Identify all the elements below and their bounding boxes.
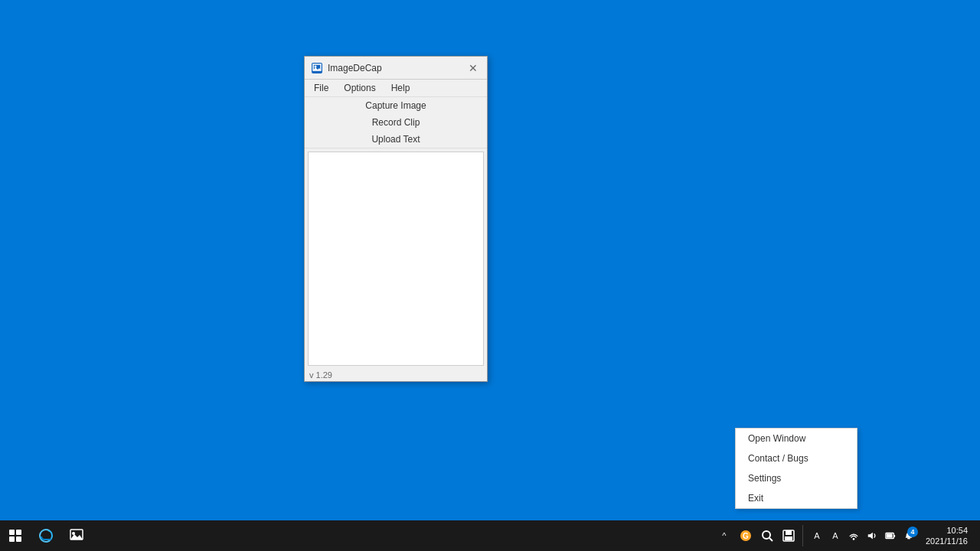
notification-icon[interactable]: 4 [901,528,916,543]
svg-rect-20 [893,535,895,537]
svg-marker-18 [868,533,873,540]
menu-help[interactable]: Help [385,81,416,95]
svg-line-13 [769,538,773,541]
tray-search-icon[interactable] [756,525,778,546]
app-icon [311,62,323,74]
menu-options[interactable]: Options [338,81,381,95]
svg-marker-9 [70,534,83,540]
svg-text:4: 4 [911,532,913,535]
title-bar-left: ImageDeCap [311,62,382,74]
menu-bar: File Options Help [305,80,487,97]
svg-text:G: G [743,532,749,540]
language-indicator[interactable]: A [809,528,825,543]
window-title: ImageDeCap [328,63,382,73]
tray-tool-icon[interactable]: G [735,525,756,546]
title-bar: ImageDeCap ✕ [305,57,487,80]
edge-icon[interactable] [31,520,61,551]
taskbar-right: ^ G [717,525,980,547]
taskbar: ^ G [0,520,980,551]
network-icon[interactable] [846,528,861,543]
context-exit[interactable]: Exit [736,488,857,508]
svg-rect-4 [16,530,21,535]
close-button[interactable]: ✕ [466,60,481,76]
app-icon-img [312,63,322,73]
taskbar-left [0,520,92,551]
tray-app-icons: G [735,525,803,546]
content-area [308,152,484,366]
imagedecap-taskbar-icon[interactable] [61,520,92,551]
svg-rect-5 [9,536,15,542]
start-button[interactable] [0,520,31,551]
tray-save-icon[interactable] [778,525,799,546]
capture-image-item[interactable]: Capture Image [305,97,487,114]
resize-handle[interactable] [481,375,487,381]
svg-point-23 [910,530,914,534]
context-open-window[interactable]: Open Window [736,429,857,448]
context-menu: Open Window Contact / Bugs Settings Exit [735,428,858,509]
context-contact-bugs[interactable]: Contact / Bugs [736,448,857,468]
svg-rect-21 [887,533,893,537]
system-clock[interactable]: 10:54 2021/11/16 [920,525,974,547]
svg-point-12 [763,531,770,539]
context-settings[interactable]: Settings [736,468,857,488]
svg-rect-15 [786,530,792,535]
desktop: ImageDeCap ✕ File Options Help Capture I… [0,0,980,551]
menu-file[interactable]: File [308,81,335,95]
svg-marker-2 [313,67,321,70]
svg-rect-16 [785,536,792,540]
svg-rect-3 [9,530,15,535]
battery-icon[interactable] [883,528,898,543]
upload-text-item[interactable]: Upload Text [305,131,487,148]
app-dropdown-menu: Capture Image Record Clip Upload Text [305,97,487,148]
clock-date: 2021/11/16 [926,536,968,546]
show-hidden-icons[interactable]: ^ [717,528,732,543]
clock-time: 10:54 [926,525,968,536]
record-clip-item[interactable]: Record Clip [305,114,487,131]
sound-icon[interactable] [864,528,880,543]
app-window: ImageDeCap ✕ File Options Help Capture I… [304,56,488,382]
version-label: v 1.29 [305,369,487,381]
keyboard-indicator[interactable]: A [828,528,843,543]
svg-rect-6 [16,536,21,542]
svg-rect-22 [907,538,910,540]
svg-point-17 [853,538,855,540]
